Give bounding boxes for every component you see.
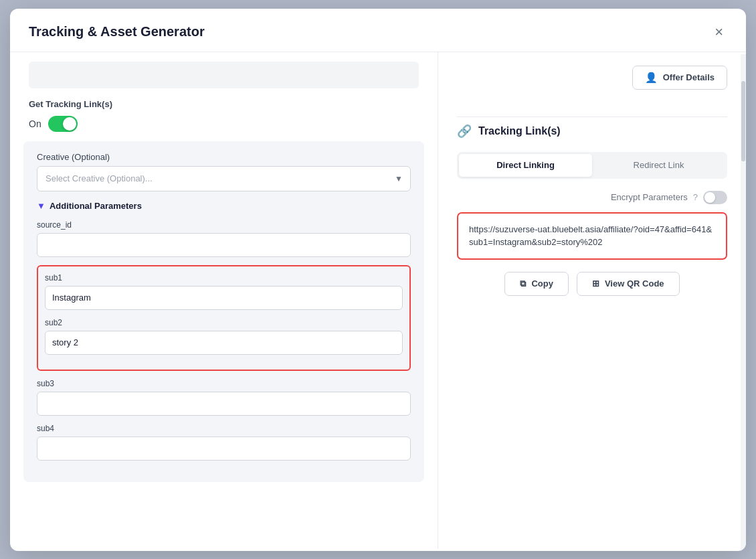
scrollbar-track [741,54,746,551]
chevron-right-icon: ▼ [37,201,45,211]
encrypt-row: Encrypt Parameters ? [457,191,727,204]
creative-select-wrapper: Select Creative (Optional)... ▼ [37,166,411,191]
action-row: ⧉ Copy ⊞ View QR Code [457,272,727,296]
copy-icon: ⧉ [520,278,526,289]
sub4-input[interactable] [37,436,411,461]
tab-row: Direct Linking Redirect Link [457,152,727,179]
copy-label: Copy [531,278,553,289]
qr-icon: ⊞ [592,278,599,289]
creative-select[interactable]: Select Creative (Optional)... [37,166,411,191]
qr-label: View QR Code [605,278,664,289]
get-tracking-label: Get Tracking Link(s) [29,99,419,109]
sub1-sub2-highlight-box: sub1 sub2 [37,265,411,371]
sub1-input[interactable] [45,286,403,310]
additional-params-header[interactable]: ▼ Additional Parameters [37,201,411,211]
modal-body: Get Tracking Link(s) On Creative (Option… [10,52,746,549]
toggle-label: On [29,118,41,129]
source-id-input[interactable] [37,233,411,257]
source-id-label: source_id [37,220,411,230]
modal-title: Tracking & Asset Generator [29,24,205,39]
top-bar-section [10,52,438,88]
sub2-label: sub2 [45,318,403,327]
scrollbar-thumb [741,81,745,161]
link-icon: 🔗 [457,124,472,139]
sub1-label: sub1 [45,273,403,283]
tracking-url-box: https://suzuverse-uat.bluebelt.asia/affi… [457,212,727,260]
modal-overlay: Tracking & Asset Generator × Get Trackin… [0,0,756,559]
sub3-group: sub3 [37,379,411,416]
offer-icon: 👤 [645,72,658,84]
toggle-switch[interactable] [48,116,78,132]
creative-field-section: Creative (Optional) Select Creative (Opt… [37,152,411,191]
offer-details-button[interactable]: 👤 Offer Details [632,66,727,90]
info-icon[interactable]: ? [693,192,698,202]
sub3-label: sub3 [37,379,411,388]
toggle-row: On [29,116,419,132]
sub1-group: sub1 [45,273,403,310]
view-qr-code-button[interactable]: ⊞ View QR Code [577,272,680,296]
toggle-knob [63,117,76,131]
tab-redirect-link[interactable]: Redirect Link [592,154,725,177]
creative-label: Creative (Optional) [37,152,411,162]
modal-header: Tracking & Asset Generator × [10,9,746,52]
encrypt-label: Encrypt Parameters [611,192,688,202]
sub4-group: sub4 [37,424,411,461]
copy-button[interactable]: ⧉ Copy [504,272,569,296]
get-tracking-section: Get Tracking Link(s) On [10,99,438,132]
top-placeholder-bar [29,62,419,88]
offer-details-label: Offer Details [663,72,715,82]
source-id-group: source_id [37,220,411,257]
inner-box: Creative (Optional) Select Creative (Opt… [23,141,424,482]
close-button[interactable]: × [711,23,727,41]
encrypt-toggle[interactable] [703,191,727,204]
tab-direct-linking[interactable]: Direct Linking [459,154,592,177]
sub2-input[interactable] [45,331,403,355]
left-panel: Get Tracking Link(s) On Creative (Option… [10,52,438,549]
right-panel: 👤 Offer Details 🔗 Tracking Link(s) Direc… [438,52,746,549]
tracking-link-section: 🔗 Tracking Link(s) Direct Linking Redire… [457,110,727,296]
additional-params-label: Additional Parameters [50,201,142,211]
sub2-group: sub2 [45,318,403,355]
encrypt-toggle-knob [704,192,715,203]
tracking-links-title: Tracking Link(s) [478,125,561,137]
sub4-label: sub4 [37,424,411,433]
modal: Tracking & Asset Generator × Get Trackin… [10,9,746,551]
section-title-row: 🔗 Tracking Link(s) [457,116,727,139]
sub3-input[interactable] [37,392,411,416]
tracking-url-text: https://suzuverse-uat.bluebelt.asia/affi… [469,224,712,248]
